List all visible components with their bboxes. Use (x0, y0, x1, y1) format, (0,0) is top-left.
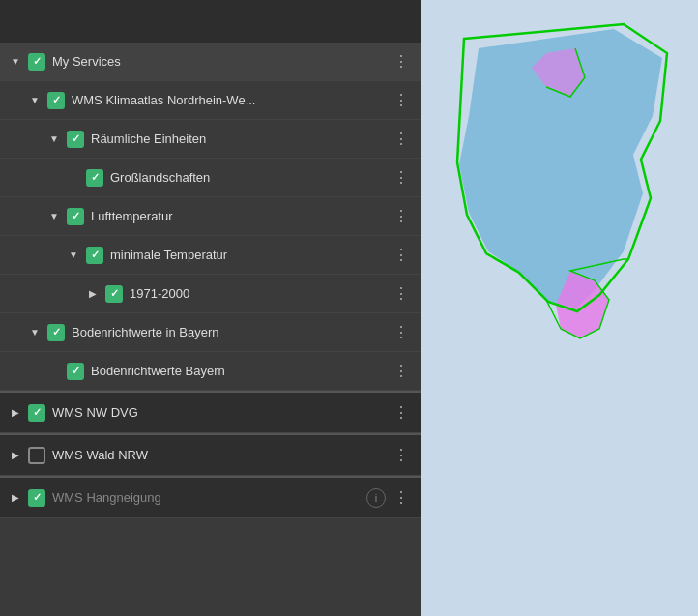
dots-menu-min-temperatur[interactable]: ⋮ (390, 244, 413, 267)
dots-menu-my-services[interactable]: ⋮ (390, 50, 413, 73)
tree-row-wms-hangneigung[interactable]: WMS Hangneigungi⋮ (0, 476, 421, 518)
label-wms-klimaatlas: WMS Klimaatlas Nordrhein-We... (72, 93, 390, 108)
checkbox-my-services[interactable] (27, 52, 46, 72)
label-raumliche-einheiten: Räumliche Einheiten (91, 132, 390, 147)
tree-row-min-temperatur[interactable]: minimale Temperatur⋮ (0, 236, 421, 275)
checkbox-min-temperatur[interactable] (85, 246, 104, 265)
label-wms-wald-nrw: WMS Wald NRW (52, 448, 390, 463)
dots-menu-year-range[interactable]: ⋮ (390, 282, 413, 306)
checkbox-wms-klimaatlas[interactable] (46, 91, 66, 110)
checkbox-wms-nw-dvg[interactable] (27, 403, 46, 423)
label-bodenrichtwerte-bayern: Bodenrichtwerte in Bayern (72, 325, 390, 340)
dots-menu-grosslandschaften[interactable]: ⋮ (390, 166, 413, 190)
label-my-services: My Services (52, 54, 390, 70)
checkbox-raumliche-einheiten[interactable] (66, 130, 85, 149)
map-area: Hopste...VredeKranenburgWeez...Dü...Wa..… (421, 0, 698, 616)
tree-row-year-range[interactable]: 1971-2000⋮ (0, 275, 421, 313)
chevron-year-range[interactable] (85, 286, 101, 302)
panel-header (0, 0, 421, 43)
checkbox-wms-hangneigung[interactable] (27, 488, 46, 508)
tree-row-my-services[interactable]: My Services⋮ (0, 43, 421, 81)
tree-row-wms-wald-nrw[interactable]: WMS Wald NRW⋮ (0, 433, 421, 476)
chevron-lufttemperatur[interactable] (46, 209, 62, 224)
chevron-min-temperatur[interactable] (66, 248, 81, 263)
checkbox-bodenrichtwerte-item[interactable] (66, 362, 85, 381)
dots-menu-wms-klimaatlas[interactable]: ⋮ (390, 89, 413, 112)
chevron-bodenrichtwerte-bayern[interactable] (27, 325, 43, 340)
tree-row-raumliche-einheiten[interactable]: Räumliche Einheiten⋮ (0, 120, 421, 159)
tree-container: My Services⋮WMS Klimaatlas Nordrhein-We.… (0, 43, 421, 518)
chevron-wms-hangneigung[interactable] (8, 490, 23, 506)
tree-row-bodenrichtwerte-item[interactable]: Bodenrichtwerte Bayern⋮ (0, 352, 421, 391)
tree-row-lufttemperatur[interactable]: Lufttemperatur⋮ (0, 197, 421, 236)
label-grosslandschaften: Großlandschaften (110, 170, 390, 186)
dots-menu-wms-wald-nrw[interactable]: ⋮ (390, 444, 413, 467)
chevron-wms-wald-nrw[interactable] (8, 448, 23, 463)
label-lufttemperatur: Lufttemperatur (91, 209, 390, 224)
chevron-my-services[interactable] (8, 54, 23, 70)
map-svg (421, 0, 698, 616)
dots-menu-wms-hangneigung[interactable]: ⋮ (390, 486, 413, 510)
label-bodenrichtwerte-item: Bodenrichtwerte Bayern (91, 364, 390, 379)
tree-panel-content[interactable]: My Services⋮WMS Klimaatlas Nordrhein-We.… (0, 43, 421, 616)
tree-row-wms-klimaatlas[interactable]: WMS Klimaatlas Nordrhein-We...⋮ (0, 81, 421, 120)
tree-row-wms-nw-dvg[interactable]: WMS NW DVG⋮ (0, 391, 421, 433)
map-content-panel: My Services⋮WMS Klimaatlas Nordrhein-We.… (0, 0, 421, 616)
chevron-wms-klimaatlas[interactable] (27, 93, 43, 108)
dots-menu-bodenrichtwerte-item[interactable]: ⋮ (390, 360, 413, 383)
label-wms-nw-dvg: WMS NW DVG (52, 405, 390, 421)
checkbox-bodenrichtwerte-bayern[interactable] (46, 323, 66, 342)
dots-menu-raumliche-einheiten[interactable]: ⋮ (390, 128, 413, 151)
tree-row-grosslandschaften[interactable]: Großlandschaften⋮ (0, 159, 421, 197)
info-icon-wms-hangneigung[interactable]: i (366, 488, 386, 508)
dots-menu-wms-nw-dvg[interactable]: ⋮ (390, 401, 413, 425)
dots-menu-lufttemperatur[interactable]: ⋮ (390, 205, 413, 228)
label-wms-hangneigung: WMS Hangneigung (52, 490, 366, 506)
dots-menu-bodenrichtwerte-bayern[interactable]: ⋮ (390, 321, 413, 344)
tree-row-bodenrichtwerte-bayern[interactable]: Bodenrichtwerte in Bayern⋮ (0, 313, 421, 352)
label-year-range: 1971-2000 (130, 286, 390, 302)
checkbox-year-range[interactable] (104, 284, 124, 304)
label-min-temperatur: minimale Temperatur (110, 248, 390, 263)
chevron-raumliche-einheiten[interactable] (46, 132, 62, 147)
checkbox-wms-wald-nrw[interactable] (27, 446, 46, 465)
checkbox-grosslandschaften[interactable] (85, 168, 104, 188)
checkbox-lufttemperatur[interactable] (66, 207, 85, 226)
chevron-wms-nw-dvg[interactable] (8, 405, 23, 421)
